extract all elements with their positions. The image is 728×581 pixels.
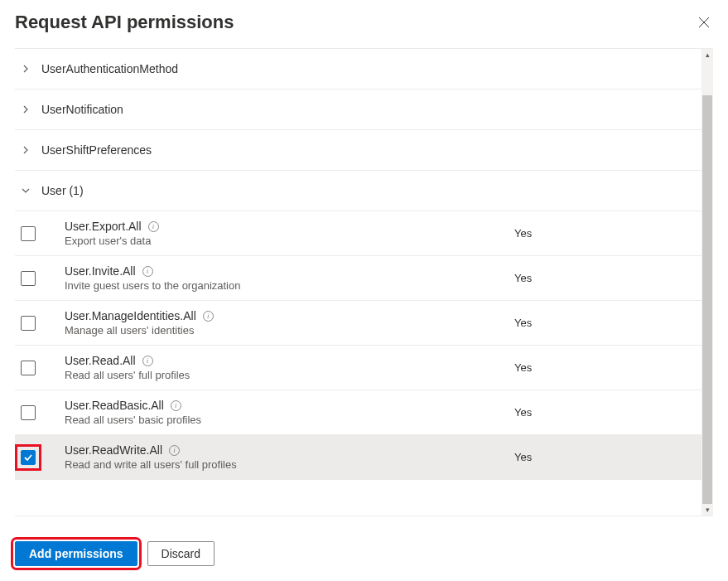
permission-checkbox[interactable] (20, 315, 36, 332)
permission-checkbox[interactable] (20, 225, 36, 242)
permission-row[interactable]: User.ReadBasic.AlliRead all users' basic… (15, 390, 701, 435)
admin-consent-value: Yes (514, 451, 697, 463)
admin-consent-value: Yes (514, 406, 697, 419)
permission-description: Read all users' basic profiles (65, 414, 514, 426)
permission-description: Manage all users' identities (65, 324, 514, 336)
info-icon[interactable]: i (171, 400, 181, 411)
permission-name: User.ReadBasic.All (65, 399, 164, 412)
info-icon[interactable]: i (142, 266, 153, 277)
admin-consent-value: Yes (514, 272, 697, 284)
permission-description: Export user's data (65, 235, 514, 247)
content-area: UserAuthenticationMethod UserNotificatio… (15, 48, 713, 516)
panel-header: Request API permissions (15, 12, 713, 48)
permission-row[interactable]: User.Read.AlliRead all users' full profi… (15, 346, 701, 390)
admin-consent-value: Yes (514, 361, 697, 374)
group-user[interactable]: User (1) (15, 171, 701, 211)
group-label: UserShiftPreferences (41, 143, 152, 157)
permission-checkbox[interactable] (20, 360, 36, 376)
scrollbar[interactable]: ▴ ▾ (701, 49, 713, 516)
discard-button[interactable]: Discard (147, 541, 215, 566)
permission-name: User.Read.All (65, 354, 136, 367)
group-label: User (1) (41, 184, 84, 197)
permission-row[interactable]: User.ManageIdentities.AlliManage all use… (15, 301, 701, 346)
group-label: UserNotification (41, 103, 123, 116)
permission-body: User.Export.AlliExport user's data (65, 220, 514, 247)
info-icon[interactable]: i (169, 445, 180, 456)
info-icon[interactable]: i (203, 311, 214, 322)
chevron-right-icon (20, 104, 31, 115)
footer: Add permissions Discard (15, 516, 713, 581)
add-permissions-button[interactable]: Add permissions (15, 541, 137, 566)
group-usernotification[interactable]: UserNotification (15, 90, 701, 130)
info-icon[interactable]: i (142, 356, 153, 366)
group-userauthenticationmethod[interactable]: UserAuthenticationMethod (15, 49, 701, 90)
permission-row[interactable]: User.ReadWrite.AlliRead and write all us… (15, 435, 701, 480)
page-title: Request API permissions (15, 12, 234, 33)
permission-name: User.Invite.All (65, 264, 136, 278)
admin-consent-value: Yes (514, 317, 697, 329)
permission-body: User.ReadWrite.AlliRead and write all us… (65, 443, 514, 471)
permission-checkbox[interactable] (20, 270, 36, 287)
chevron-down-icon (20, 185, 31, 196)
permission-body: User.ManageIdentities.AlliManage all use… (65, 309, 514, 336)
permission-name: User.ReadWrite.All (65, 443, 162, 457)
scrollbar-up-icon[interactable]: ▴ (701, 49, 713, 61)
permission-body: User.ReadBasic.AlliRead all users' basic… (65, 399, 514, 426)
scrollbar-down-icon[interactable]: ▾ (701, 504, 713, 516)
permission-checkbox[interactable] (20, 404, 36, 421)
group-label: UserAuthenticationMethod (41, 62, 178, 75)
permission-row[interactable]: User.Export.AlliExport user's dataYes (15, 211, 701, 256)
permission-body: User.Invite.AlliInvite guest users to th… (65, 264, 514, 292)
close-icon[interactable] (695, 13, 713, 31)
permission-checkbox[interactable] (20, 449, 36, 466)
permission-name: User.ManageIdentities.All (65, 309, 196, 322)
info-icon[interactable]: i (148, 221, 159, 232)
chevron-right-icon (20, 63, 31, 75)
permission-description: Read all users' full profiles (65, 369, 514, 381)
permission-row[interactable]: User.Invite.AlliInvite guest users to th… (15, 256, 701, 301)
permission-description: Read and write all users' full profiles (65, 458, 514, 471)
permission-body: User.Read.AlliRead all users' full profi… (65, 354, 514, 381)
scrollbar-thumb[interactable] (702, 95, 712, 516)
admin-consent-value: Yes (514, 227, 697, 240)
permission-name: User.Export.All (65, 220, 142, 233)
chevron-right-icon (20, 144, 31, 156)
permission-description: Invite guest users to the organization (65, 279, 514, 292)
group-usershiftpreferences[interactable]: UserShiftPreferences (15, 130, 701, 171)
